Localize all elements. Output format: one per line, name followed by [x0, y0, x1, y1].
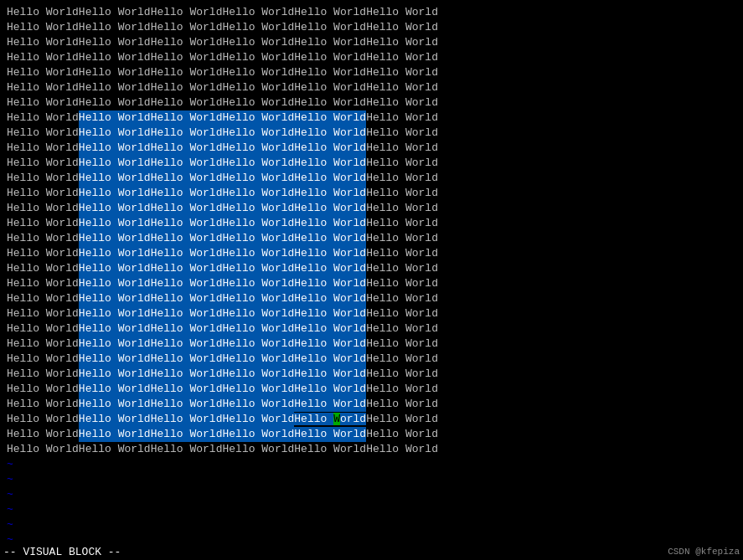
- hello-world-cell: Hello World: [366, 5, 438, 20]
- editor-line: Hello World Hello World Hello World Hell…: [7, 337, 736, 352]
- hello-world-cell: Hello World: [7, 80, 79, 95]
- hello-world-cell: Hello World: [294, 156, 366, 171]
- hello-world-cell: Hello World: [7, 50, 79, 65]
- hello-world-cell: Hello World: [222, 337, 294, 352]
- hello-world-cell: Hello World: [7, 186, 79, 201]
- hello-world-cell: Hello World: [294, 110, 366, 126]
- hello-world-cell: Hello World: [151, 20, 223, 35]
- hello-world-cell: Hello World: [222, 382, 294, 397]
- hello-world-cell: Hello World: [151, 397, 223, 412]
- hello-world-cell: Hello World: [294, 95, 366, 110]
- hello-world-cell: Hello World: [7, 352, 79, 367]
- editor-line: Hello World Hello World Hello World Hell…: [7, 80, 736, 95]
- hello-world-cell: Hello World: [222, 65, 294, 80]
- hello-world-cell: Hello World: [79, 261, 151, 276]
- hello-world-cell: Hello World: [294, 186, 366, 201]
- hello-world-cell: Hello World: [7, 126, 79, 141]
- hello-world-cell: Hello World: [7, 110, 79, 126]
- hello-world-cell: Hello World: [366, 110, 438, 126]
- hello-world-cell: Hello World: [151, 5, 223, 20]
- hello-world-cell: Hello World: [222, 412, 294, 427]
- hello-world-cell: Hello World: [222, 156, 294, 171]
- hello-world-cell: Hello World: [151, 171, 223, 186]
- editor-line: Hello World Hello World Hello World Hell…: [7, 291, 736, 306]
- hello-world-cell: Hello World: [79, 321, 151, 337]
- hello-world-cell: Hello World: [79, 412, 151, 427]
- hello-world-cell: Hello World: [7, 171, 79, 186]
- hello-world-cell: Hello World: [366, 231, 438, 246]
- hello-world-cell: Hello World: [366, 337, 438, 352]
- hello-world-cell: Hello World: [79, 5, 151, 20]
- editor-line: Hello World Hello World Hello World Hell…: [7, 306, 736, 321]
- hello-world-cell: Hello World: [222, 186, 294, 201]
- hello-world-cell: Hello World: [7, 427, 79, 442]
- hello-world-cell: Hello World: [7, 442, 79, 457]
- status-bar: -- VISUAL BLOCK -- CSDN @kfepiza: [0, 543, 743, 560]
- hello-world-cell: Hello World: [79, 156, 151, 171]
- hello-world-cell: Hello World: [7, 141, 79, 156]
- editor-line: Hello World Hello World Hello World Hell…: [7, 231, 736, 246]
- hello-world-cell: Hello World: [151, 65, 223, 80]
- hello-world-cell: Hello World: [294, 231, 366, 246]
- editor-line: Hello World Hello World Hello World Hell…: [7, 321, 736, 337]
- hello-world-cell: Hello World: [79, 216, 151, 231]
- hello-world-cell: Hello World: [151, 156, 223, 171]
- hello-world-cell: Hello World: [151, 231, 223, 246]
- hello-world-cell: Hello World: [79, 95, 151, 110]
- hello-world-cell: Hello World: [366, 216, 438, 231]
- hello-world-cell: Hello World: [366, 50, 438, 65]
- editor-line: Hello World Hello World Hello World Hell…: [7, 35, 736, 50]
- hello-world-cell: Hello World: [79, 110, 151, 126]
- hello-world-cell: Hello World: [7, 65, 79, 80]
- hello-world-cell: Hello World: [7, 35, 79, 50]
- hello-world-cell: Hello World: [222, 50, 294, 65]
- editor-line: Hello World Hello World Hello World Hell…: [7, 352, 736, 367]
- hello-world-cell: Hello World: [294, 337, 366, 352]
- hello-world-cell: Hello World: [366, 412, 438, 427]
- hello-world-cell: Hello World: [366, 427, 438, 442]
- hello-world-cell: Hello World: [294, 171, 366, 186]
- hello-world-cell: Hello World: [79, 65, 151, 80]
- hello-world-cell: Hello World: [222, 216, 294, 231]
- mode-indicator: -- VISUAL BLOCK --: [3, 546, 121, 558]
- hello-world-cell: Hello World: [222, 141, 294, 156]
- hello-world-cell: Hello World: [79, 20, 151, 35]
- tilde-line: ~: [7, 502, 736, 517]
- hello-world-cell: Hello World: [222, 291, 294, 306]
- hello-world-cell: Hello World: [366, 65, 438, 80]
- hello-world-cell: Hello World: [366, 246, 438, 261]
- hello-world-cell: Hello World: [366, 352, 438, 367]
- hello-world-cell: Hello World: [79, 276, 151, 291]
- hello-world-cell: Hello World: [151, 216, 223, 231]
- hello-world-cell: Hello World: [366, 382, 438, 397]
- hello-world-cell: Hello World: [294, 5, 366, 20]
- hello-world-cell: Hello World: [294, 35, 366, 50]
- hello-world-cell: Hello World: [7, 201, 79, 216]
- hello-world-cell: Hello World: [151, 427, 223, 442]
- hello-world-cell: Hello World: [151, 321, 223, 337]
- hello-world-cell: Hello World: [222, 35, 294, 50]
- hello-world-cell: Hello World: [7, 321, 79, 337]
- hello-world-cell: Hello World: [79, 80, 151, 95]
- hello-world-cell: Hello World: [79, 186, 151, 201]
- hello-world-cell: Hello World: [294, 306, 366, 321]
- tilde-line: ~: [7, 457, 736, 472]
- hello-world-cell: Hello World: [366, 20, 438, 35]
- hello-world-cell: Hello World: [79, 427, 151, 442]
- hello-world-cell: Hello World: [294, 261, 366, 276]
- hello-world-cell: Hello World: [366, 141, 438, 156]
- hello-world-cell: Hello World: [7, 337, 79, 352]
- hello-world-cell: Hello World: [7, 397, 79, 412]
- hello-world-cell: Hello World: [294, 50, 366, 65]
- hello-world-cell: Hello World: [294, 80, 366, 95]
- hello-world-cell: Hello World: [222, 306, 294, 321]
- hello-world-cell: Hello World: [7, 367, 79, 382]
- hello-world-cell: Hello World: [222, 5, 294, 20]
- hello-world-cell: Hello World: [151, 442, 223, 457]
- editor-line: Hello World Hello World Hello World Hell…: [7, 367, 736, 382]
- hello-world-cell: Hello World: [294, 291, 366, 306]
- hello-world-cell: Hello World: [222, 352, 294, 367]
- editor-line: Hello World Hello World Hello World Hell…: [7, 20, 736, 35]
- hello-world-cell: Hello World: [294, 352, 366, 367]
- hello-world-cell: Hello World: [294, 397, 366, 412]
